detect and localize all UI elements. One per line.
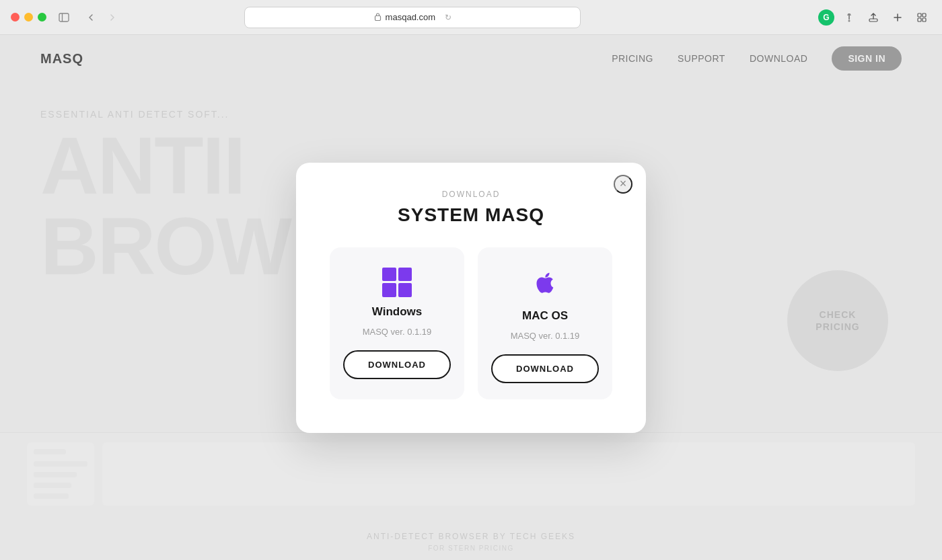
modal-backdrop: × DOWNLOAD SYSTEM MASQ Windows MASQ ver.…: [0, 35, 942, 560]
modal-label: DOWNLOAD: [323, 190, 619, 199]
svg-rect-9: [918, 18, 921, 22]
macos-name: MAC OS: [522, 309, 568, 323]
nav-controls: [81, 8, 122, 27]
win-tile-2: [398, 268, 412, 282]
tabs-icon[interactable]: [912, 8, 931, 27]
svg-rect-0: [59, 13, 69, 22]
svg-rect-4: [869, 19, 877, 22]
share-icon[interactable]: [864, 8, 883, 27]
win-tile-4: [398, 283, 412, 297]
windows-icon: [382, 268, 412, 297]
url-text: masqad.com: [386, 12, 435, 22]
lock-icon: [374, 12, 382, 22]
sidebar-toggle[interactable]: [55, 8, 73, 27]
back-button[interactable]: [81, 8, 100, 27]
grammarly-icon[interactable]: G: [818, 9, 834, 26]
reload-icon[interactable]: ↻: [445, 13, 451, 22]
svg-rect-8: [922, 13, 926, 17]
win-tile-3: [382, 283, 396, 297]
download-options: Windows MASQ ver. 0.1.19 DOWNLOAD MAC OS…: [323, 247, 619, 399]
macos-download-card: MAC OS MASQ ver. 0.1.19 DOWNLOAD: [478, 247, 612, 399]
forward-button[interactable]: [103, 8, 122, 27]
svg-rect-10: [922, 18, 926, 22]
win-tile-1: [382, 268, 396, 282]
svg-point-3: [848, 19, 850, 22]
macos-download-button[interactable]: DOWNLOAD: [491, 354, 599, 383]
svg-rect-2: [375, 16, 380, 21]
browser-chrome: masqad.com ↻ G: [0, 0, 942, 35]
browser-actions: G: [818, 8, 931, 27]
minimize-button[interactable]: [24, 13, 33, 22]
traffic-lights: [11, 13, 46, 22]
close-button[interactable]: [11, 13, 20, 22]
windows-download-button[interactable]: DOWNLOAD: [343, 350, 451, 379]
modal-title: SYSTEM MASQ: [323, 204, 619, 226]
address-bar[interactable]: masqad.com ↻: [244, 7, 581, 28]
windows-name: Windows: [372, 305, 422, 319]
website-background: MASQ PRICING SUPPORT DOWNLOAD SIGN IN ES…: [0, 35, 942, 560]
download-modal: × DOWNLOAD SYSTEM MASQ Windows MASQ ver.…: [296, 163, 646, 433]
windows-download-card: Windows MASQ ver. 0.1.19 DOWNLOAD: [330, 247, 464, 399]
modal-close-button[interactable]: ×: [614, 175, 632, 194]
apple-icon: [530, 268, 560, 301]
fullscreen-button[interactable]: [38, 13, 46, 22]
svg-rect-7: [918, 13, 921, 17]
macos-version: MASQ ver. 0.1.19: [511, 331, 580, 341]
new-tab-icon[interactable]: [888, 8, 907, 27]
windows-version: MASQ ver. 0.1.19: [363, 327, 432, 337]
extensions-icon[interactable]: [840, 8, 859, 27]
